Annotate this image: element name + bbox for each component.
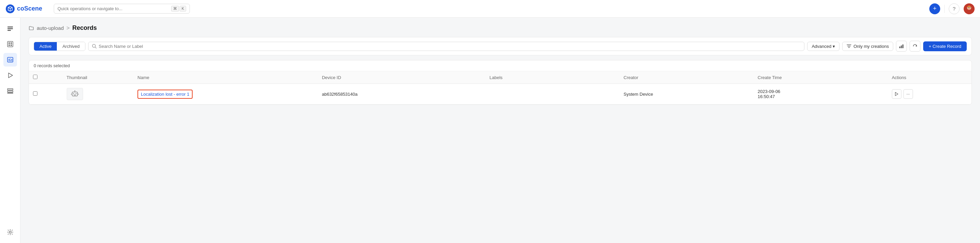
select-all-checkbox[interactable] bbox=[33, 75, 37, 79]
svg-rect-9 bbox=[8, 41, 13, 47]
app-name: coScene bbox=[17, 5, 42, 12]
breadcrumb-parent: auto-upload bbox=[37, 25, 64, 31]
refresh-icon bbox=[913, 44, 917, 49]
breadcrumb-current: Records bbox=[73, 24, 97, 32]
play-record-button[interactable] bbox=[892, 89, 901, 99]
avatar-image bbox=[964, 3, 975, 14]
breadcrumb: auto-upload > Records bbox=[29, 24, 972, 32]
svg-rect-11 bbox=[11, 43, 12, 44]
sidebar-item-media[interactable] bbox=[3, 37, 17, 51]
files-icon bbox=[7, 25, 14, 32]
table-row: Localization lost - error 1 ab632f658531… bbox=[29, 84, 972, 104]
row-name-cell: Localization lost - error 1 bbox=[134, 84, 318, 104]
col-create-time: Create Time bbox=[754, 71, 888, 84]
svg-rect-14 bbox=[8, 57, 13, 62]
col-labels: Labels bbox=[485, 71, 620, 84]
stack-icon bbox=[7, 88, 14, 94]
row-labels-cell bbox=[485, 84, 620, 104]
svg-rect-5 bbox=[967, 6, 971, 7]
svg-rect-20 bbox=[8, 93, 13, 93]
col-device-id: Device ID bbox=[318, 71, 485, 84]
svg-marker-17 bbox=[8, 73, 13, 78]
svg-point-35 bbox=[74, 90, 75, 91]
chart-view-button[interactable] bbox=[896, 41, 907, 52]
svg-point-31 bbox=[73, 93, 74, 94]
only-my-creations-label: Only my creations bbox=[853, 44, 889, 49]
create-record-button[interactable]: + Create Record bbox=[923, 41, 967, 51]
global-search-input[interactable] bbox=[57, 6, 169, 11]
svg-rect-10 bbox=[8, 43, 10, 44]
row-thumbnail-cell bbox=[63, 84, 134, 104]
user-avatar[interactable] bbox=[964, 3, 975, 14]
advanced-filter-button[interactable]: Advanced ▾ bbox=[807, 42, 840, 51]
row-device-id-cell: ab632f65853140a bbox=[318, 84, 485, 104]
create-time-value: 2023-09-0616:50:47 bbox=[758, 89, 781, 99]
sidebar-item-stack[interactable] bbox=[3, 84, 17, 98]
col-checkbox bbox=[29, 71, 63, 84]
tab-active[interactable]: Active bbox=[34, 42, 57, 50]
svg-point-4 bbox=[969, 7, 970, 8]
coscene-logo-icon bbox=[5, 4, 15, 14]
svg-line-23 bbox=[95, 47, 96, 49]
svg-rect-29 bbox=[902, 44, 904, 48]
sidebar-item-settings[interactable] bbox=[3, 226, 17, 239]
play-action-icon bbox=[895, 92, 898, 96]
record-name-link[interactable]: Localization lost - error 1 bbox=[137, 90, 192, 99]
logo-area: coScene bbox=[5, 4, 50, 14]
nav-actions: + ? bbox=[929, 3, 975, 14]
tab-group: Active Archived bbox=[34, 42, 86, 51]
sidebar bbox=[0, 17, 21, 243]
refresh-button[interactable] bbox=[910, 41, 920, 52]
sidebar-item-tasks[interactable] bbox=[3, 53, 17, 66]
breadcrumb-separator: > bbox=[66, 25, 69, 31]
settings-icon bbox=[7, 229, 14, 235]
main-content: auto-upload > Records Active Archived Ad… bbox=[21, 17, 980, 243]
tasks-icon bbox=[7, 56, 14, 63]
record-search-bar[interactable] bbox=[88, 42, 804, 51]
help-button[interactable]: ? bbox=[949, 3, 959, 14]
breadcrumb-folder-icon bbox=[29, 25, 34, 31]
sidebar-item-play[interactable] bbox=[3, 69, 17, 82]
create-new-button[interactable]: + bbox=[929, 3, 940, 14]
top-nav: coScene ⌘ K + ? bbox=[0, 0, 980, 17]
svg-rect-8 bbox=[8, 30, 11, 31]
media-icon bbox=[7, 41, 14, 47]
svg-rect-30 bbox=[72, 92, 78, 96]
kbd-key: K bbox=[180, 6, 186, 11]
only-my-creations-button[interactable]: Only my creations bbox=[842, 42, 893, 51]
svg-point-32 bbox=[76, 93, 76, 94]
table-header-row: Thumbnail Name Device ID Labels Creator … bbox=[29, 71, 972, 84]
svg-rect-12 bbox=[8, 44, 10, 46]
sidebar-item-files[interactable] bbox=[3, 22, 17, 35]
svg-rect-28 bbox=[901, 46, 902, 48]
filter-icon bbox=[846, 44, 851, 49]
chart-icon bbox=[899, 44, 904, 49]
col-name: Name bbox=[134, 71, 318, 84]
svg-rect-19 bbox=[8, 91, 13, 92]
records-selected-info: 0 records selected bbox=[29, 60, 972, 71]
svg-point-3 bbox=[968, 7, 969, 8]
row-checkbox[interactable] bbox=[33, 91, 37, 96]
row-checkbox-cell bbox=[29, 84, 63, 104]
more-actions-button[interactable]: ··· bbox=[904, 89, 913, 99]
svg-point-21 bbox=[9, 231, 11, 233]
global-search-bar[interactable]: ⌘ K bbox=[54, 4, 190, 14]
row-actions-cell: ··· bbox=[888, 84, 972, 104]
col-thumbnail: Thumbnail bbox=[63, 71, 134, 84]
robot-thumbnail-icon bbox=[70, 89, 80, 99]
toolbar: Active Archived Advanced ▾ Only my creat… bbox=[29, 37, 972, 55]
record-search-input[interactable] bbox=[99, 44, 801, 49]
thumbnail-box bbox=[67, 88, 83, 100]
row-actions-group: ··· bbox=[892, 89, 967, 99]
nav-divider bbox=[944, 5, 945, 13]
row-create-time-cell: 2023-09-0616:50:47 bbox=[754, 84, 888, 104]
kbd-mod: ⌘ bbox=[171, 6, 179, 11]
svg-rect-18 bbox=[8, 88, 13, 90]
tab-archived[interactable]: Archived bbox=[57, 42, 85, 50]
records-table: Thumbnail Name Device ID Labels Creator … bbox=[29, 71, 972, 104]
play-icon bbox=[7, 72, 14, 79]
row-creator-cell: System Device bbox=[620, 84, 754, 104]
more-icon: ··· bbox=[907, 92, 910, 96]
search-icon bbox=[92, 44, 97, 49]
keyboard-shortcut-hint: ⌘ K bbox=[171, 6, 186, 11]
